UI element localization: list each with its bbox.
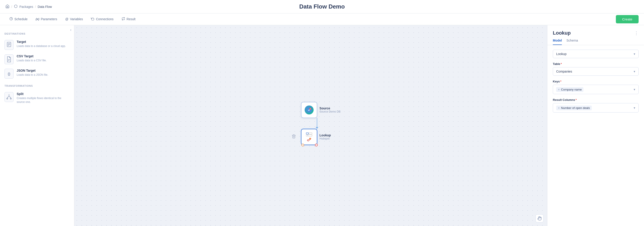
json-target-name: JSON Target (17, 69, 70, 72)
tab-connections-label: Connections (96, 17, 114, 21)
type-chevron-icon: ▾ (634, 52, 635, 56)
canvas[interactable]: Source Source Demo DB (74, 25, 547, 226)
lookup-grid-icon (306, 132, 312, 137)
lookup-node-subtitle: Hubspot (320, 137, 331, 140)
sidebar-collapse-button[interactable]: ‹ (70, 28, 72, 32)
tab-variables-label: Variables (70, 17, 83, 21)
tab-parameters-label: Parameters (41, 17, 57, 21)
result-columns-tag-x[interactable]: × (558, 107, 560, 110)
table-label: Table* (553, 62, 638, 66)
tabs-list: Schedule (x) Parameters @ Variables Conn… (6, 13, 140, 25)
sidebar-item-target[interactable]: Target Loads data to a database or a clo… (4, 38, 70, 52)
panel-tab-model[interactable]: Model (553, 39, 562, 45)
split-text: Split Creates multiple flows identical t… (17, 92, 70, 104)
create-button[interactable]: Create (616, 15, 638, 23)
variables-icon: @ (65, 17, 68, 21)
csv-target-text: CSV Target Loads data to a CSV file. (17, 54, 70, 62)
svg-point-12 (306, 107, 312, 113)
type-field: Lookup ▾ (553, 50, 638, 58)
keys-tag: × Company name (556, 87, 584, 92)
panel-header: Lookup ⋮ (548, 25, 644, 36)
header: / Packages / Data Flow Data Flow Demo (0, 0, 644, 13)
svg-rect-16 (306, 134, 308, 136)
source-node-title: Source (320, 107, 340, 110)
source-node-subtitle: Source Demo DB (320, 110, 340, 113)
panel-title: Lookup (553, 30, 570, 36)
sidebar-item-csv-target[interactable]: CSV Target Loads data to a CSV file. (4, 52, 70, 67)
source-node-box[interactable] (301, 102, 317, 118)
target-icon (4, 40, 14, 50)
csv-target-icon (4, 54, 14, 64)
keys-chevron-icon: ▾ (634, 88, 635, 91)
target-name: Target (17, 40, 70, 44)
flow-area: Source Source Demo DB (301, 102, 317, 145)
svg-point-11 (10, 98, 12, 99)
packages-icon (14, 4, 18, 9)
panel-body: Lookup ▾ Table* Companies ▾ Keys* (548, 45, 644, 117)
result-columns-field: Result Columns* × Number of open deals ▾ (553, 98, 638, 113)
tabs-bar: Schedule (x) Parameters @ Variables Conn… (0, 13, 644, 25)
lookup-node-label: Lookup Hubspot (320, 133, 331, 140)
svg-rect-14 (306, 132, 308, 134)
result-columns-required-marker: * (576, 98, 577, 102)
svg-rect-15 (309, 132, 312, 134)
csv-target-name: CSV Target (17, 54, 70, 58)
parameters-icon: (x) (36, 17, 39, 21)
sidebar-item-json-target[interactable]: {} JSON Target Loads data to a JSON file… (4, 67, 70, 81)
tab-schedule[interactable]: Schedule (6, 13, 32, 25)
tab-parameters[interactable]: (x) Parameters (32, 13, 61, 25)
breadcrumb-sep-2: / (35, 5, 36, 8)
breadcrumb: / Packages / Data Flow (6, 4, 52, 9)
tab-result[interactable]: Result (118, 13, 140, 25)
keys-tag-x[interactable]: × (558, 88, 560, 91)
target-text: Target Loads data to a database or a clo… (17, 40, 70, 48)
tab-result-label: Result (126, 17, 136, 21)
keys-field: Keys* × Company name ▾ (553, 80, 638, 94)
lookup-node-connectors (302, 143, 318, 146)
table-value: Companies (556, 70, 572, 73)
destinations-section-label: DESTINATIONS (4, 32, 70, 35)
keys-label: Keys* (553, 80, 638, 83)
result-columns-tag-label: Number of open deals (561, 106, 590, 110)
source-node[interactable]: Source Source Demo DB (301, 102, 317, 118)
csv-target-desc: Loads data to a CSV file. (17, 59, 70, 62)
svg-point-10 (7, 98, 8, 99)
tab-connections[interactable]: Connections (87, 13, 118, 25)
panel-tabs: Model Schema (548, 36, 644, 45)
result-columns-chevron-icon: ▾ (634, 106, 635, 110)
target-desc: Loads data to a database or a cloud app. (17, 44, 70, 48)
svg-rect-17 (308, 134, 312, 136)
type-select[interactable]: Lookup ▾ (553, 50, 638, 58)
split-icon (4, 92, 14, 102)
tab-variables[interactable]: @ Variables (61, 13, 87, 25)
svg-line-9 (9, 96, 11, 98)
table-required-marker: * (561, 62, 562, 66)
lookup-node-box[interactable] (301, 129, 317, 145)
sidebar-item-split[interactable]: Split Creates multiple flows identical t… (4, 90, 70, 106)
canvas-grab-icon[interactable] (536, 214, 544, 223)
panel-tab-schema[interactable]: Schema (566, 39, 578, 45)
split-name: Split (17, 92, 70, 96)
sidebar: ‹ DESTINATIONS Target Loads data to a da… (0, 25, 74, 226)
json-target-icon: {} (4, 69, 14, 79)
result-columns-select[interactable]: × Number of open deals ▾ (553, 103, 638, 113)
schedule-icon (10, 17, 13, 21)
type-value: Lookup (556, 52, 566, 56)
table-select[interactable]: Companies ▾ (553, 67, 638, 76)
delete-lookup-icon[interactable] (292, 134, 296, 140)
keys-select[interactable]: × Company name ▾ (553, 85, 638, 94)
connector-dot-right (315, 143, 318, 146)
svg-line-21 (310, 138, 311, 138)
flow-connector (317, 118, 317, 129)
keys-required-marker: * (560, 80, 561, 83)
page-title: Data Flow Demo (299, 3, 345, 10)
lookup-node-title: Lookup (320, 133, 331, 137)
result-columns-tag: × Number of open deals (556, 106, 592, 110)
panel-more-button[interactable]: ⋮ (634, 30, 638, 36)
lookup-node[interactable]: Lookup Hubspot (301, 129, 317, 145)
home-icon[interactable] (6, 4, 10, 9)
main-layout: ‹ DESTINATIONS Target Loads data to a da… (0, 25, 644, 226)
breadcrumb-packages[interactable]: Packages (19, 5, 33, 8)
keys-tag-label: Company name (561, 88, 582, 91)
table-chevron-icon: ▾ (634, 70, 635, 73)
